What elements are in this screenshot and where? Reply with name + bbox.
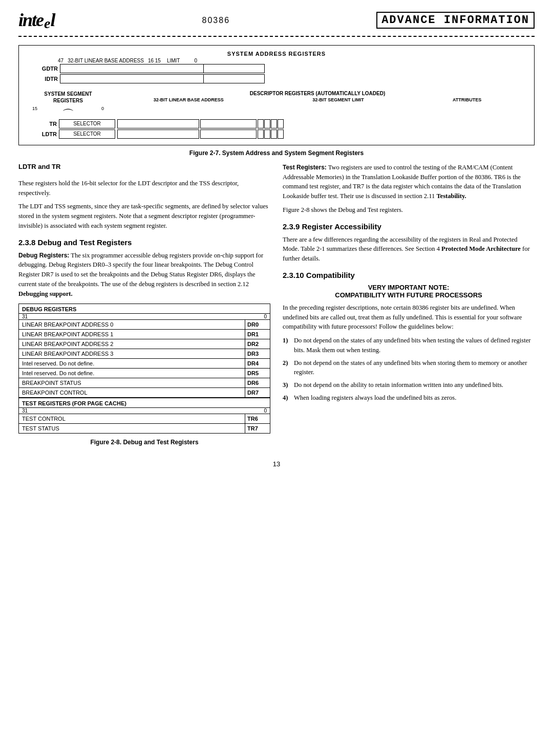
idtr-limit-field [203, 74, 265, 83]
ldtr-attr-2 [264, 129, 270, 139]
idtr-base-field [60, 74, 203, 83]
debugging-support-bold: Debugging support. [18, 290, 73, 297]
debug-table-title: DEBUG REGISTERS [19, 304, 270, 314]
ldtr-limit-field [200, 129, 257, 139]
compat-guideline-item: 4)When loading registers always load the… [283, 393, 535, 403]
two-column-layout: LDTR and TR These registers hold the 16-… [18, 163, 535, 452]
debug-num-0: 0 [264, 314, 267, 319]
reg-row-desc: BREAKPOINT CONTROL [19, 388, 245, 397]
gdtr-limit-field [203, 64, 265, 73]
reg-row-name: TR6 [245, 414, 270, 423]
sar-num-16: 16 15 [148, 58, 161, 63]
tr-attr-3 [271, 119, 277, 128]
figure-27-caption: Figure 2-7. System Address and System Se… [18, 149, 535, 157]
compat-note-line2: COMPATIBILITY WITH FUTURE PROCESSORS [335, 291, 482, 299]
section-238-heading: 2.3.8 Debug and Test Registers [18, 238, 270, 247]
test-table-title: TEST REGISTERS (FOR PAGE CACHE) [19, 397, 270, 408]
logo-l: l [50, 10, 55, 30]
guideline-num: 3) [283, 380, 292, 390]
debug-table-row: LINEAR BREAKPOINT ADDRESS 1 DR1 [19, 330, 270, 339]
bracket-0: 0 [101, 106, 104, 111]
figure-28-ref: Figure 2-8 shows the Debug and Test regi… [283, 205, 535, 215]
tr-base-field [117, 119, 199, 128]
tr-attr-4 [278, 119, 284, 128]
reg-row-name: DR0 [245, 320, 270, 329]
debug-table-numbers: 31 0 [19, 314, 270, 320]
tr-label: TR [37, 121, 57, 127]
tr-limit-field [200, 119, 257, 128]
seg-left-side: SYSTEM SEGMENTREGISTERS 15 0 ⌒ [27, 91, 109, 118]
debug-table-row: Intel reserved. Do not define. DR5 [19, 369, 270, 378]
debug-table-row: Intel reserved. Do not define. DR4 [19, 359, 270, 369]
reg-row-desc: Intel reserved. Do not define. [19, 369, 245, 378]
sar-title: SYSTEM ADDRESS REGISTERS [27, 51, 526, 57]
ldtr-tr-para2: The LDT and TSS segments, since they are… [18, 202, 270, 230]
reg-row-desc: LINEAR BREAKPOINT ADDRESS 3 [19, 349, 245, 358]
reg-row-name: DR5 [245, 369, 270, 378]
sar-label-base: 32-BIT LINEAR BASE ADDRESS [68, 58, 144, 63]
gdtr-label: GDTR [37, 66, 58, 72]
debug-registers-para: Debug Registers: The six programmer acce… [18, 251, 270, 299]
tr-attr-1 [258, 119, 264, 128]
sar-label-limit: LIMIT [167, 58, 180, 63]
reg-row-name: DR7 [245, 388, 270, 397]
guideline-text: Do not depend on the states of any undef… [294, 358, 535, 378]
test-registers-para: Test Registers: Two registers are used t… [283, 163, 535, 201]
ldtr-attr-fields [258, 129, 284, 139]
right-column: Test Registers: Two registers are used t… [283, 163, 535, 452]
reg-row-name: DR1 [245, 330, 270, 339]
seg-right-side: DESCRIPTOR REGISTERS (AUTOMATICALLY LOAD… [109, 91, 526, 103]
guideline-num: 2) [283, 358, 292, 368]
compat-guideline-item: 1)Do not depend on the states of any und… [283, 336, 535, 355]
debug-num-31: 31 [22, 314, 28, 319]
reg-row-desc: TEST STATUS [19, 424, 245, 433]
compat-note: VERY IMPORTANT NOTE: COMPATIBILITY WITH … [283, 284, 535, 299]
guideline-text: When loading registers always load the u… [294, 393, 456, 403]
reg-row-desc: Intel reserved. Do not define. [19, 359, 245, 368]
brace-visual: ⌒ [27, 111, 109, 118]
ldtr-tr-heading: LDTR and TR [18, 163, 270, 170]
reg-row-name: DR3 [245, 349, 270, 358]
ldtr-attr-4 [278, 129, 284, 139]
col-header-base: 32-BIT LINEAR BASE ADDRESS [154, 97, 224, 102]
compat-intro: In the preceding register descriptions, … [283, 303, 535, 332]
figure-27-diagram: SYSTEM ADDRESS REGISTERS 47 32-BIT LINEA… [18, 45, 535, 145]
section-239-para: There are a few differences regarding th… [283, 235, 535, 264]
section-2310-heading: 2.3.10 Compatibility [283, 271, 535, 279]
protected-mode-bold: Protected Mode Architecture [441, 245, 521, 252]
reg-row-desc: BREAKPOINT STATUS [19, 378, 245, 387]
test-rows: TEST CONTROL TR6 TEST STATUS TR7 [19, 414, 270, 433]
descriptor-label: DESCRIPTOR REGISTERS (AUTOMATICALLY LOAD… [109, 91, 526, 96]
ldtr-attr-1 [258, 129, 264, 139]
guideline-num: 1) [283, 336, 292, 345]
page-number: 13 [18, 452, 535, 472]
advance-information-badge: ADVANCE INFORMATION [376, 12, 535, 29]
testability-bold: Testability. [436, 192, 466, 200]
guideline-text: Do not depend on the states of any undef… [294, 336, 535, 355]
idtr-label: IDTR [37, 76, 58, 82]
col-header-limit: 32-BIT SEGMENT LIMIT [312, 97, 364, 102]
gdtr-base-field [60, 64, 203, 73]
sar-number-row: 47 32-BIT LINEAR BASE ADDRESS 16 15 LIMI… [58, 58, 526, 63]
tr-attr-fields [258, 119, 284, 128]
logo-text: int [18, 10, 36, 30]
debug-table-row: BREAKPOINT CONTROL DR7 [19, 388, 270, 397]
reg-row-desc: LINEAR BREAKPOINT ADDRESS 2 [19, 339, 245, 349]
test-registers-term: Test Registers: [283, 164, 327, 171]
tr-row: TR SELECTOR [37, 119, 526, 128]
tr-selector-box: SELECTOR [59, 119, 115, 128]
debug-table-row: LINEAR BREAKPOINT ADDRESS 3 DR3 [19, 349, 270, 359]
test-num-31: 31 [22, 408, 28, 414]
logo-subscript-e: e [44, 15, 50, 31]
compat-guideline-item: 3)Do not depend on the ability to retain… [283, 380, 535, 390]
bracket-15: 15 [32, 106, 37, 111]
left-column: LDTR and TR These registers hold the 16-… [18, 163, 270, 452]
ldtr-base-field [117, 129, 199, 139]
logo-e: e [36, 10, 44, 30]
guideline-num: 4) [283, 393, 292, 403]
reg-row-desc: LINEAR BREAKPOINT ADDRESS 1 [19, 330, 245, 339]
ldtr-attr-3 [271, 129, 277, 139]
page-header: inteel 80386 ADVANCE INFORMATION [0, 0, 553, 32]
compat-note-line1: VERY IMPORTANT NOTE: [368, 284, 450, 291]
figure-28-caption: Figure 2-8. Debug and Test Registers [18, 439, 270, 446]
